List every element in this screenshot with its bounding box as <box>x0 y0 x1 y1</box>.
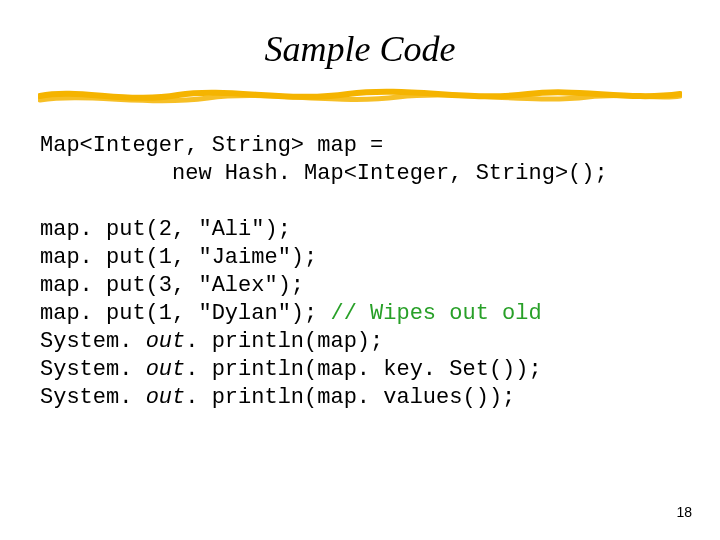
code-line-10b: out <box>146 385 186 410</box>
code-line-10a: System. <box>40 385 146 410</box>
code-comment: // Wipes out old <box>330 301 541 326</box>
code-line-9c: . println(map. key. Set()); <box>185 357 541 382</box>
code-line-10c: . println(map. values()); <box>185 385 515 410</box>
code-line-8b: out <box>146 329 186 354</box>
code-line-7: map. put(1, "Dylan"); <box>40 301 330 326</box>
code-line-4: map. put(2, "Ali"); <box>40 217 291 242</box>
slide-title: Sample Code <box>0 28 720 70</box>
code-block: Map<Integer, String> map = new Hash. Map… <box>40 132 608 412</box>
code-line-8a: System. <box>40 329 146 354</box>
code-line-8c: . println(map); <box>185 329 383 354</box>
code-line-5: map. put(1, "Jaime"); <box>40 245 317 270</box>
code-line-9a: System. <box>40 357 146 382</box>
code-line-1: Map<Integer, String> map = <box>40 133 383 158</box>
code-line-6: map. put(3, "Alex"); <box>40 273 304 298</box>
code-line-2: new Hash. Map<Integer, String>(); <box>40 161 608 186</box>
title-underline <box>38 86 682 106</box>
slide: Sample Code Map<Integer, String> map = n… <box>0 0 720 540</box>
code-line-9b: out <box>146 357 186 382</box>
page-number: 18 <box>676 504 692 520</box>
